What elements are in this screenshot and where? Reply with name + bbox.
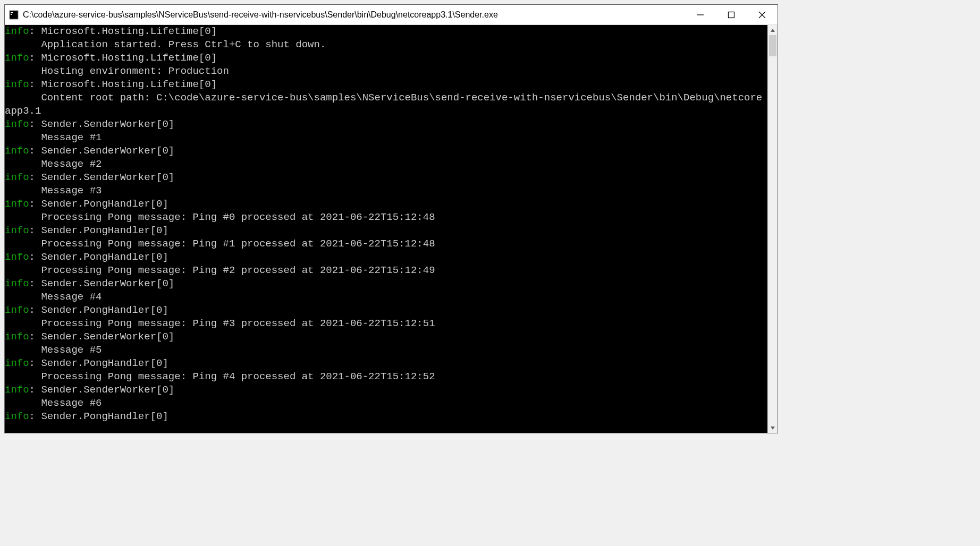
- log-body: Application started. Press Ctrl+C to shu…: [5, 38, 767, 52]
- log-entry-header: info: Sender.SenderWorker[0]: [5, 277, 767, 291]
- log-entry-header: info: Sender.SenderWorker[0]: [5, 118, 767, 131]
- log-entry-header: info: Microsoft.Hosting.Lifetime[0]: [5, 52, 767, 65]
- log-entry: info: Sender.PongHandler[0] Processing P…: [5, 251, 767, 277]
- log-entry: info: Sender.PongHandler[0] Processing P…: [5, 304, 767, 330]
- window-controls: [685, 5, 778, 24]
- log-level: info: [5, 357, 29, 369]
- log-entry-header: info: Sender.SenderWorker[0]: [5, 171, 767, 184]
- log-body: Message #3: [5, 184, 767, 198]
- log-source: Microsoft.Hosting.Lifetime[0]: [41, 52, 217, 64]
- log-level: info: [5, 225, 29, 236]
- log-level: info: [5, 198, 29, 210]
- log-separator: :: [29, 118, 41, 130]
- console-area: info: Microsoft.Hosting.Lifetime[0] Appl…: [5, 25, 778, 433]
- log-level: info: [5, 25, 29, 37]
- log-separator: :: [29, 304, 41, 316]
- log-body: Processing Pong message: Ping #3 process…: [5, 317, 767, 330]
- log-entry: info: Sender.PongHandler[0] Processing P…: [5, 224, 767, 251]
- log-entry-header: info: Sender.PongHandler[0]: [5, 251, 767, 264]
- log-separator: :: [29, 145, 41, 157]
- log-separator: :: [29, 384, 41, 396]
- log-body: Processing Pong message: Ping #4 process…: [5, 370, 767, 383]
- log-entry-header: info: Sender.SenderWorker[0]: [5, 330, 767, 344]
- log-source: Sender.PongHandler[0]: [41, 198, 168, 210]
- log-body: Message #5: [5, 344, 767, 357]
- log-level: info: [5, 172, 29, 183]
- log-body: Message #4: [5, 291, 767, 304]
- log-entry-header: info: Microsoft.Hosting.Lifetime[0]: [5, 25, 767, 38]
- log-entry: info: Sender.SenderWorker[0] Message #4: [5, 277, 767, 304]
- log-entry-header: info: Microsoft.Hosting.Lifetime[0]: [5, 78, 767, 91]
- log-entry: info: Sender.SenderWorker[0] Message #6: [5, 383, 767, 410]
- log-entry-header: info: Sender.PongHandler[0]: [5, 198, 767, 211]
- log-level: info: [5, 411, 29, 422]
- log-separator: :: [29, 278, 41, 289]
- log-entry-header: info: Sender.PongHandler[0]: [5, 304, 767, 317]
- maximize-button[interactable]: [716, 5, 747, 24]
- svg-marker-7: [771, 29, 775, 32]
- svg-rect-4: [729, 12, 734, 18]
- log-entry-header: info: Sender.PongHandler[0]: [5, 357, 767, 370]
- log-level: info: [5, 52, 29, 64]
- log-body: Processing Pong message: Ping #2 process…: [5, 264, 767, 277]
- log-body: Message #2: [5, 158, 767, 171]
- log-source: Microsoft.Hosting.Lifetime[0]: [41, 25, 217, 37]
- log-body: Message #1: [5, 131, 767, 144]
- log-level: info: [5, 251, 29, 263]
- log-separator: :: [29, 411, 41, 422]
- close-button[interactable]: [747, 5, 778, 24]
- log-entry-header: info: Sender.PongHandler[0]: [5, 224, 767, 237]
- log-body: Processing Pong message: Ping #0 process…: [5, 211, 767, 224]
- log-body: Hosting environment: Production: [5, 65, 767, 78]
- log-entry-header: info: Sender.PongHandler[0]: [5, 410, 767, 423]
- log-level: info: [5, 79, 29, 90]
- log-separator: :: [29, 225, 41, 236]
- log-entry: info: Sender.SenderWorker[0] Message #1: [5, 118, 767, 144]
- log-level: info: [5, 304, 29, 316]
- minimize-button[interactable]: [685, 5, 716, 24]
- log-separator: :: [29, 331, 41, 343]
- log-separator: :: [29, 198, 41, 210]
- titlebar[interactable]: C:\code\azure-service-bus\samples\NServi…: [5, 5, 778, 25]
- log-separator: :: [29, 251, 41, 263]
- log-entry: info: Sender.SenderWorker[0] Message #3: [5, 171, 767, 198]
- log-level: info: [5, 278, 29, 289]
- log-entry: info: Microsoft.Hosting.Lifetime[0] Cont…: [5, 78, 767, 118]
- log-separator: :: [29, 172, 41, 183]
- app-icon: [9, 10, 19, 20]
- svg-rect-1: [11, 12, 13, 13]
- vertical-scrollbar[interactable]: [767, 25, 778, 433]
- log-source: Sender.PongHandler[0]: [41, 411, 168, 422]
- console-output[interactable]: info: Microsoft.Hosting.Lifetime[0] Appl…: [5, 25, 767, 433]
- log-level: info: [5, 331, 29, 343]
- log-source: Microsoft.Hosting.Lifetime[0]: [41, 79, 217, 90]
- log-body: Content root path: C:\code\azure-service…: [5, 91, 767, 118]
- window-title: C:\code\azure-service-bus\samples\NServi…: [23, 10, 685, 20]
- log-source: Sender.SenderWorker[0]: [41, 384, 174, 396]
- log-entry: info: Sender.PongHandler[0] Processing P…: [5, 357, 767, 383]
- log-separator: :: [29, 25, 41, 37]
- log-level: info: [5, 145, 29, 157]
- log-entry-header: info: Sender.SenderWorker[0]: [5, 144, 767, 158]
- log-entry: info: Sender.PongHandler[0] Processing P…: [5, 198, 767, 224]
- svg-rect-2: [11, 14, 12, 15]
- log-level: info: [5, 384, 29, 396]
- log-entry: info: Microsoft.Hosting.Lifetime[0] Appl…: [5, 25, 767, 52]
- log-entry: info: Microsoft.Hosting.Lifetime[0] Host…: [5, 52, 767, 78]
- log-source: Sender.SenderWorker[0]: [41, 331, 174, 343]
- scroll-up-button[interactable]: [768, 25, 778, 35]
- log-separator: :: [29, 79, 41, 90]
- log-source: Sender.SenderWorker[0]: [41, 145, 174, 157]
- scroll-down-button[interactable]: [768, 423, 778, 433]
- log-source: Sender.PongHandler[0]: [41, 357, 168, 369]
- log-source: Sender.SenderWorker[0]: [41, 278, 174, 289]
- log-source: Sender.PongHandler[0]: [41, 225, 168, 236]
- log-entry-header: info: Sender.SenderWorker[0]: [5, 383, 767, 397]
- log-entry: info: Sender.SenderWorker[0] Message #5: [5, 330, 767, 357]
- log-entry: info: Sender.SenderWorker[0] Message #2: [5, 144, 767, 171]
- log-source: Sender.PongHandler[0]: [41, 304, 168, 316]
- log-separator: :: [29, 357, 41, 369]
- log-entry: info: Sender.PongHandler[0]: [5, 410, 767, 423]
- scroll-thumb[interactable]: [769, 35, 776, 56]
- scroll-track[interactable]: [768, 35, 778, 423]
